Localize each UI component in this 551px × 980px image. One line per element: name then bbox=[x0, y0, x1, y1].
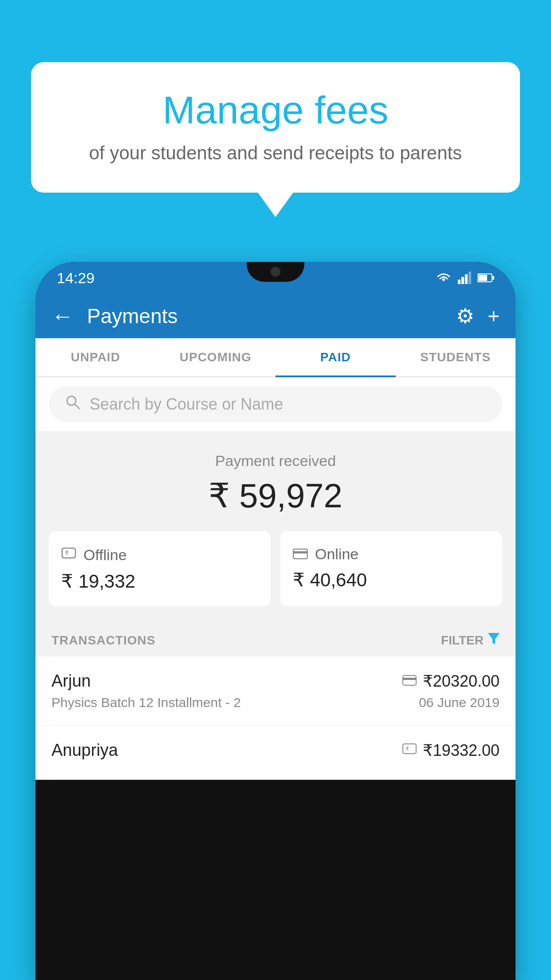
transaction-2-amount-wrapper: ₹ ₹19332.00 bbox=[402, 741, 500, 760]
transaction-2-amount: ₹19332.00 bbox=[423, 741, 500, 760]
online-card-header: Online bbox=[293, 545, 490, 563]
speech-bubble-title: Manage fees bbox=[62, 89, 489, 132]
svg-rect-0 bbox=[458, 280, 460, 284]
tab-paid[interactable]: PAID bbox=[276, 338, 396, 376]
offline-label: Offline bbox=[83, 546, 127, 564]
settings-icon[interactable]: ⚙ bbox=[456, 304, 474, 328]
svg-rect-12 bbox=[293, 551, 307, 553]
battery-icon bbox=[477, 273, 494, 283]
filter-icon bbox=[488, 633, 500, 648]
online-label: Online bbox=[315, 545, 358, 563]
svg-rect-14 bbox=[403, 676, 416, 685]
transaction-row-1[interactable]: Arjun ₹20320.00 Physics Batch 12 Install… bbox=[35, 656, 516, 726]
transaction-row-2[interactable]: Anupriya ₹ ₹19332.00 bbox=[35, 726, 516, 780]
online-card: Online ₹ 40,640 bbox=[280, 531, 502, 606]
online-amount: ₹ 40,640 bbox=[293, 569, 490, 591]
speech-bubble: Manage fees of your students and send re… bbox=[31, 62, 520, 193]
transaction-row-2-top: Anupriya ₹ ₹19332.00 bbox=[51, 741, 500, 760]
svg-marker-13 bbox=[488, 633, 500, 644]
svg-text:₹: ₹ bbox=[65, 549, 69, 557]
svg-rect-11 bbox=[293, 549, 307, 559]
transaction-row-1-bottom: Physics Batch 12 Installment - 2 06 June… bbox=[51, 695, 500, 710]
svg-rect-2 bbox=[465, 274, 468, 284]
svg-rect-6 bbox=[492, 276, 494, 280]
add-icon[interactable]: + bbox=[488, 304, 500, 328]
back-button[interactable]: ← bbox=[51, 303, 74, 329]
offline-card: ₹ Offline ₹ 19,332 bbox=[49, 531, 271, 606]
search-placeholder: Search by Course or Name bbox=[90, 395, 283, 414]
offline-icon: ₹ bbox=[61, 545, 76, 564]
search-bar[interactable]: Search by Course or Name bbox=[49, 386, 502, 422]
tab-bar: UNPAID UPCOMING PAID STUDENTS bbox=[35, 338, 516, 377]
transaction-1-amount-wrapper: ₹20320.00 bbox=[402, 672, 500, 691]
transaction-1-amount: ₹20320.00 bbox=[423, 672, 500, 691]
transactions-label: TRANSACTIONS bbox=[51, 633, 155, 648]
app-bar: ← Payments ⚙ + bbox=[35, 294, 516, 338]
svg-rect-5 bbox=[478, 275, 487, 281]
tab-upcoming[interactable]: UPCOMING bbox=[156, 338, 276, 376]
status-time: 14:29 bbox=[57, 269, 94, 287]
search-bar-wrapper: Search by Course or Name bbox=[35, 377, 516, 431]
svg-rect-16 bbox=[403, 744, 416, 754]
svg-line-8 bbox=[75, 404, 79, 409]
page-title: Payments bbox=[87, 304, 443, 328]
transaction-2-name: Anupriya bbox=[51, 741, 118, 760]
online-icon bbox=[293, 545, 308, 563]
filter-button[interactable]: FILTER bbox=[441, 633, 500, 648]
status-icons bbox=[436, 272, 494, 284]
speech-bubble-subtitle: of your students and send receipts to pa… bbox=[62, 142, 489, 164]
svg-rect-1 bbox=[461, 277, 464, 284]
payment-received-label: Payment received bbox=[49, 452, 502, 470]
svg-rect-9 bbox=[62, 548, 75, 558]
transaction-1-name: Arjun bbox=[51, 672, 91, 691]
transactions-header: TRANSACTIONS FILTER bbox=[35, 622, 516, 656]
wifi-icon bbox=[436, 272, 452, 284]
notch bbox=[247, 262, 304, 282]
svg-rect-15 bbox=[403, 678, 416, 680]
svg-text:₹: ₹ bbox=[405, 746, 409, 752]
payment-received-section: Payment received ₹ 59,972 bbox=[35, 431, 516, 531]
offline-card-header: ₹ Offline bbox=[61, 545, 258, 564]
search-icon bbox=[65, 394, 81, 414]
status-bar: 14:29 bbox=[35, 262, 516, 294]
payment-cards: ₹ Offline ₹ 19,332 Online ₹ 40,640 bbox=[35, 531, 516, 622]
payment-received-amount: ₹ 59,972 bbox=[49, 476, 502, 515]
tab-unpaid[interactable]: UNPAID bbox=[35, 338, 156, 376]
transaction-1-payment-icon bbox=[402, 673, 417, 689]
signal-icon bbox=[458, 272, 471, 284]
transaction-row-1-top: Arjun ₹20320.00 bbox=[51, 672, 500, 691]
offline-amount: ₹ 19,332 bbox=[61, 570, 258, 592]
camera bbox=[271, 267, 280, 277]
svg-rect-3 bbox=[468, 272, 471, 284]
transaction-2-payment-icon: ₹ bbox=[402, 742, 417, 759]
tab-students[interactable]: STUDENTS bbox=[396, 338, 516, 376]
transaction-1-course: Physics Batch 12 Installment - 2 bbox=[51, 695, 241, 710]
phone-frame: 14:29 bbox=[35, 262, 516, 980]
transaction-1-date: 06 June 2019 bbox=[419, 695, 500, 710]
